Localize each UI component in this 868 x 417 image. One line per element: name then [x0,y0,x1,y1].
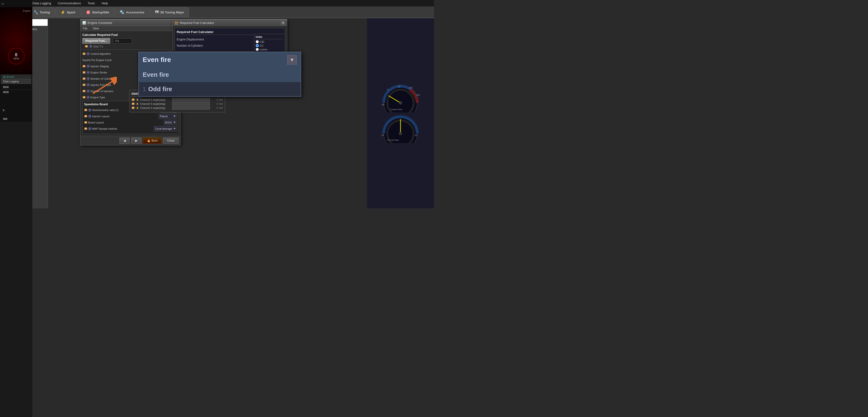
even-fire-option-text: Even fire [143,71,169,78]
cc-radio[interactable] [256,44,259,47]
engine-constants-title-text: Engine Constants [88,21,112,25]
dropdown-option-odd-fire[interactable]: 1 Odd fire [139,82,301,96]
engine-constants-icon-title: 📊 [82,21,86,25]
help-ilayout[interactable]: ? [88,115,91,118]
fuel-ms-value: 📶 ? (ms) 7.1 [85,45,103,48]
help-inj-stg[interactable]: ? [86,65,90,68]
wifi-icon: 📶 [85,45,88,47]
cylinders-calc-label: Number of Cylinders [177,44,262,47]
injector-layout-select[interactable]: Paired Sequential [159,114,177,119]
units-box: Units CID CC cc/min [254,34,285,53]
close-button[interactable]: Close [163,137,179,144]
calculate-section-title: Calculate Required Fuel [82,33,179,37]
ch2-icon2: 🔒 [136,99,139,101]
num-injectors-text: Number of Injectors [91,90,114,93]
cyl-wifi-icon: 📶 [82,77,86,80]
oddfire-channel3-row: 📶 🔒 Channel 3 angle(deg) 0 ⬆⬇ [131,102,223,105]
displacement-label: Engine Displacement [177,38,262,41]
etype-wifi-icon: 📶 [82,96,86,99]
map-sample-text: MAP Sample method [92,127,117,130]
tab-tuning[interactable]: 🔧 Tuning [29,7,55,17]
menu-data-logging[interactable]: Data Logging [31,1,53,5]
board-layout-select[interactable]: NO2C A [164,120,177,125]
tab-accessories[interactable]: 🔩 Accessories [115,7,149,17]
help-cyl[interactable]: ? [86,77,90,81]
calc-close-button[interactable]: ✕ [281,21,285,25]
help-etype[interactable]: ? [86,96,90,99]
ch3-bar [172,102,210,105]
injector-layout-label: 📶 ? Injector Layout [84,115,158,118]
stoich-text: Stoichiometric ratio(:1) [92,108,119,111]
dropdown-arrow-button[interactable]: ▼ [287,55,297,65]
tab-3d-tuning[interactable]: 🗺 3D Tuning Maps [150,7,189,17]
help-stoich[interactable]: ? [88,108,91,112]
cid-radio[interactable] [256,40,259,43]
ec-menu-file[interactable]: File [82,27,88,30]
ch2-wifi-icon: 📶 [131,99,135,101]
calc-dialog-title: 🧮 Required Fuel Calculator ✕ [173,20,287,26]
tab-startup-idle[interactable]: 🎯 Startup/Idle [81,7,115,17]
spark-icon: ⚡ [61,10,65,14]
inj-stg-wifi-icon: 📶 [82,65,86,67]
help-control[interactable]: ? [86,52,90,56]
ch3-label: Channel 3 angle(deg) [140,102,171,105]
svg-text:20: 20 [415,134,417,136]
oddfire-channel4-row: 📶 🔒 Channel 4 angle(deg) 0 ⬆⬇ [131,106,223,109]
accessories-icon: 🔩 [120,10,124,14]
injector-staging-text: Injector Staging [91,65,109,68]
stroke-wifi-icon: 📶 [82,71,86,74]
dropdown-selected-text: Even fire [143,56,171,64]
ch3-icon2: 🔒 [136,103,139,105]
tab-spark[interactable]: ⚡ Spark [56,7,81,17]
engine-constants-menubar: File View [81,26,181,31]
ch4-stepper[interactable]: ⬆⬇ [219,107,223,109]
ch4-wifi-icon: 📶 [131,107,135,109]
units-title: Units [256,35,283,39]
menu-help[interactable]: Help [100,1,110,5]
help-ninj[interactable]: ? [86,90,90,93]
required-fuel-button[interactable]: Required Fuel... [82,38,110,44]
menu-communications[interactable]: Communications [56,1,82,5]
stat-4500: 4500 [1,90,31,94]
ch2-bar [172,98,210,101]
tab-tuning-label: Tuning [40,10,50,14]
svg-text:120: 120 [409,87,412,89]
tab-accessories-label: Accessories [126,10,144,14]
main-content: x1 Engine 0 RPM No Errors Data Logging 9… [0,18,434,208]
ch3-stepper[interactable]: ⬆⬇ [219,103,223,105]
svg-text:130: 130 [416,94,420,96]
tab-3d-tuning-label: 3D Tuning Maps [160,10,184,14]
3d-tuning-icon: 🗺 [155,10,159,14]
board-layout-row: 📶 Board Layout NO2C A [84,120,177,125]
fuel-value-display: 7.1 [113,38,132,43]
dropdown-selected-item[interactable]: Even fire ▼ [139,52,301,67]
tab-spark-label: Spark [67,10,75,14]
help-port[interactable]: ? [86,83,90,87]
ec-menu-view[interactable]: View [92,27,100,30]
help-stroke[interactable]: ? [86,71,90,74]
injector-layout-text: Injector Layout [92,115,110,118]
dropdown-option-even-fire[interactable]: Even fire [139,67,301,82]
squirts-text: Squirts Per Engine Cycle [82,59,112,62]
right-gauges-panel: -40 0 60 120 130 Coolant Temp Air: [367,18,434,208]
cc-radio-row: CC [256,44,283,47]
left-stats-panel: x1 Engine 0 RPM No Errors Data Logging 9… [0,0,32,208]
injector-layout-row: 📶 ? Injector Layout Paired Sequential [84,114,177,119]
map-sample-select[interactable]: Cycle Average Instantaneous Minimum Maxi… [154,126,177,131]
map-sample-row: 📶 ? MAP Sample method Cycle Average Inst… [84,126,177,131]
ch3-value: 0 [211,102,218,105]
menu-tools[interactable]: Tools [86,1,96,5]
calc-title-text: Required Fuel Calculator [180,21,214,25]
engine-label: Engine [23,9,30,12]
svg-text:-40: -40 [381,103,384,106]
stat-9000: 9000 [1,85,31,89]
ilayout-wifi-icon: 📶 [84,115,87,118]
ccmin-radio[interactable] [256,48,259,51]
forward-button[interactable]: ▶ [131,137,142,144]
burn-button[interactable]: 🔥 Burn [143,137,162,144]
help-icon-ms[interactable]: ? [89,45,92,48]
data-logging-button[interactable]: Data Logging [1,79,31,84]
back-button[interactable]: ◀ [120,137,130,144]
help-map[interactable]: ? [88,127,91,130]
ch2-stepper[interactable]: ⬆⬇ [219,99,223,101]
